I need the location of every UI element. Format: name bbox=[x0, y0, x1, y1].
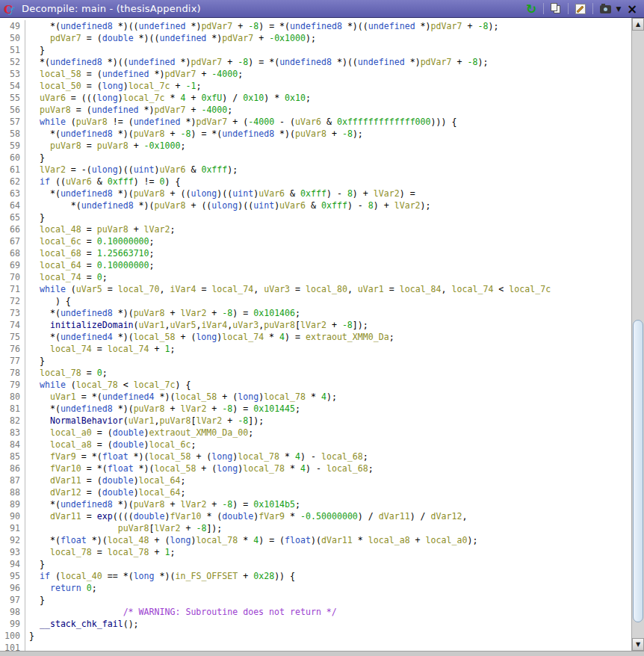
code-area[interactable]: 49 *(undefined8 *)((undefined *)pdVar7 +… bbox=[0, 18, 631, 651]
code-text[interactable]: *(float *)(local_48 + (long)local_78 * 4… bbox=[25, 534, 477, 546]
code-text[interactable]: } bbox=[25, 152, 45, 164]
code-line[interactable]: 87 dVar11 = (double)local_64; bbox=[0, 474, 631, 486]
code-text[interactable]: uVar1 = *(undefined4 *)(local_58 + (long… bbox=[25, 391, 337, 403]
code-line[interactable]: 79 while (local_78 < local_7c) { bbox=[0, 379, 631, 391]
code-text[interactable]: if (local_40 == *(long *)(in_FS_OFFSET +… bbox=[25, 570, 295, 582]
code-line[interactable]: 67 local_6c = 0.10000000; bbox=[0, 235, 631, 247]
code-text[interactable]: pdVar7 = (double *)((undefined *)pdVar7 … bbox=[25, 32, 316, 44]
code-text[interactable]: local_a8 = (double)local_6c; bbox=[25, 439, 196, 451]
code-text[interactable]: puVar8[lVar2 + -8]); bbox=[25, 522, 222, 534]
code-line[interactable]: 76 local_74 = local_74 + 1; bbox=[0, 343, 631, 355]
code-line[interactable]: 93 local_78 = local_78 + 1; bbox=[0, 546, 631, 558]
code-text[interactable]: local_78 = 0; bbox=[25, 367, 108, 379]
code-text[interactable]: dVar11 = exp((((double)fVar10 * (double)… bbox=[25, 510, 467, 522]
code-line[interactable]: 92 *(float *)(local_48 + (long)local_78 … bbox=[0, 534, 631, 546]
code-line[interactable]: 75 *(undefined4 *)(local_58 + (long)loca… bbox=[0, 331, 631, 343]
code-text[interactable]: fVar9 = *(float *)(local_58 + (long)loca… bbox=[25, 451, 368, 462]
code-text[interactable]: } bbox=[25, 44, 45, 56]
code-line[interactable]: 85 fVar9 = *(float *)(local_58 + (long)l… bbox=[0, 451, 631, 462]
code-text[interactable]: return 0; bbox=[25, 582, 97, 594]
code-text[interactable]: uVar6 = (((long)local_7c * 4 + 0xfU) / 0… bbox=[25, 92, 311, 104]
code-text[interactable]: local_a0 = (double)extraout_XMM0_Da_00; bbox=[25, 427, 253, 439]
code-line[interactable]: 88 dVar12 = (double)local_64; bbox=[0, 486, 631, 498]
code-text[interactable]: ) { bbox=[25, 295, 71, 307]
code-text[interactable]: *(undefined8 *)(puVar8 + lVar2 + -8) = 0… bbox=[25, 498, 300, 510]
code-text[interactable] bbox=[25, 642, 29, 651]
code-line[interactable]: 97 } bbox=[0, 594, 631, 606]
refresh-icon[interactable]: ↻ bbox=[524, 1, 539, 16]
code-text[interactable]: dVar11 = (double)local_64; bbox=[25, 474, 185, 486]
code-line[interactable]: 52 *(undefined8 *)((undefined *)pdVar7 +… bbox=[0, 56, 631, 68]
code-text[interactable]: *(undefined8 *)(puVar8 + ((ulong)((uint)… bbox=[25, 188, 415, 199]
code-line[interactable]: 65 } bbox=[0, 211, 631, 223]
code-text[interactable]: lVar2 = -(ulong)((uint)uVar6 & 0xfff); bbox=[25, 164, 238, 176]
code-text[interactable]: *(undefined8 *)((undefined *)pdVar7 + -8… bbox=[25, 20, 498, 32]
code-line[interactable]: 70 local_74 = 0; bbox=[0, 271, 631, 283]
code-text[interactable]: *(undefined8 *)(puVar8 + lVar2 + -8) = 0… bbox=[25, 307, 300, 319]
code-line[interactable]: 55 uVar6 = (((long)local_7c * 4 + 0xfU) … bbox=[0, 92, 631, 104]
code-text[interactable]: *(undefined4 *)(local_58 + (long)local_7… bbox=[25, 331, 394, 343]
code-line[interactable]: 99 __stack_chk_fail(); bbox=[0, 618, 631, 630]
code-text[interactable]: /* WARNING: Subroutine does not return *… bbox=[25, 606, 337, 618]
code-line[interactable]: 53 local_58 = (undefined *)pdVar7 + -400… bbox=[0, 68, 631, 80]
code-line[interactable]: 80 uVar1 = *(undefined4 *)(local_58 + (l… bbox=[0, 391, 631, 403]
code-text[interactable]: __stack_chk_fail(); bbox=[25, 618, 139, 630]
code-text[interactable]: fVar10 = *(float *)(local_58 + (long)loc… bbox=[25, 462, 374, 474]
code-text[interactable]: while (uVar5 = local_70, iVar4 = local_7… bbox=[25, 283, 551, 295]
code-line[interactable]: 49 *(undefined8 *)((undefined *)pdVar7 +… bbox=[0, 20, 631, 32]
scroll-down-button[interactable]: ▼ bbox=[632, 638, 644, 651]
code-line[interactable]: 57 while (puVar8 != (undefined *)pdVar7 … bbox=[0, 116, 631, 128]
code-text[interactable]: initializeDomain(uVar1,uVar5,iVar4,uVar3… bbox=[25, 319, 368, 331]
code-line[interactable]: 58 *(undefined8 *)(puVar8 + -8) = *(unde… bbox=[0, 128, 631, 140]
decompile-panel[interactable]: 49 *(undefined8 *)((undefined *)pdVar7 +… bbox=[0, 18, 631, 651]
code-text[interactable]: } bbox=[25, 355, 45, 367]
code-text[interactable]: } bbox=[25, 594, 45, 606]
code-text[interactable]: local_74 = local_74 + 1; bbox=[25, 343, 175, 355]
code-text[interactable]: puVar8 = puVar8 + -0x1000; bbox=[25, 140, 185, 152]
code-text[interactable]: dVar12 = (double)local_64; bbox=[25, 486, 185, 498]
code-text[interactable]: local_74 = 0; bbox=[25, 271, 108, 283]
code-line[interactable]: 63 *(undefined8 *)(puVar8 + ((ulong)((ui… bbox=[0, 188, 631, 199]
code-text[interactable]: *(undefined8 *)(puVar8 + ((ulong)((uint)… bbox=[25, 199, 431, 211]
code-line[interactable]: 94 } bbox=[0, 558, 631, 570]
close-icon[interactable]: × bbox=[625, 1, 640, 16]
code-line[interactable]: 68 local_68 = 1.25663710; bbox=[0, 247, 631, 259]
code-line[interactable]: 60 } bbox=[0, 152, 631, 164]
code-text[interactable]: NormalBehavior(uVar1,puVar8[lVar2 + -8])… bbox=[25, 415, 264, 427]
code-line[interactable]: 74 initializeDomain(uVar1,uVar5,iVar4,uV… bbox=[0, 319, 631, 331]
code-text[interactable]: } bbox=[25, 558, 45, 570]
code-text[interactable]: local_68 = 1.25663710; bbox=[25, 247, 155, 259]
scroll-up-button[interactable]: ▲ bbox=[632, 18, 644, 31]
code-text[interactable]: *(undefined8 *)((undefined *)pdVar7 + -8… bbox=[25, 56, 488, 68]
edit-icon[interactable] bbox=[573, 1, 588, 16]
code-line[interactable]: 81 *(undefined8 *)(puVar8 + lVar2 + -8) … bbox=[0, 403, 631, 415]
code-line[interactable]: 95 if (local_40 == *(long *)(in_FS_OFFSE… bbox=[0, 570, 631, 582]
code-text[interactable]: } bbox=[25, 211, 45, 223]
code-text[interactable]: puVar8 = (undefined *)pdVar7 + -4000; bbox=[25, 104, 232, 116]
code-line[interactable]: 98 /* WARNING: Subroutine does not retur… bbox=[0, 606, 631, 618]
code-line[interactable]: 59 puVar8 = puVar8 + -0x1000; bbox=[0, 140, 631, 152]
code-text[interactable]: } bbox=[25, 630, 34, 642]
code-line[interactable]: 100} bbox=[0, 630, 631, 642]
chevron-down-icon[interactable]: ▼ bbox=[613, 1, 625, 16]
code-text[interactable]: *(undefined8 *)(puVar8 + lVar2 + -8) = 0… bbox=[25, 403, 300, 415]
code-text[interactable]: while (local_78 < local_7c) { bbox=[25, 379, 191, 391]
code-line[interactable]: 64 *(undefined8 *)(puVar8 + ((ulong)((ui… bbox=[0, 199, 631, 211]
code-text[interactable]: local_58 = (undefined *)pdVar7 + -4000; bbox=[25, 68, 243, 80]
code-line[interactable]: 78 local_78 = 0; bbox=[0, 367, 631, 379]
camera-icon[interactable] bbox=[598, 1, 613, 16]
code-text[interactable]: local_64 = 0.10000000; bbox=[25, 259, 155, 271]
code-line[interactable]: 61 lVar2 = -(ulong)((uint)uVar6 & 0xfff)… bbox=[0, 164, 631, 176]
code-line[interactable]: 51 } bbox=[0, 44, 631, 56]
code-line[interactable]: 50 pdVar7 = (double *)((undefined *)pdVa… bbox=[0, 32, 631, 44]
code-line[interactable]: 96 return 0; bbox=[0, 582, 631, 594]
code-text[interactable]: *(undefined8 *)(puVar8 + -8) = *(undefin… bbox=[25, 128, 363, 140]
code-line[interactable]: 72 ) { bbox=[0, 295, 631, 307]
code-line[interactable]: 69 local_64 = 0.10000000; bbox=[0, 259, 631, 271]
code-line[interactable]: 82 NormalBehavior(uVar1,puVar8[lVar2 + -… bbox=[0, 415, 631, 427]
code-line[interactable]: 83 local_a0 = (double)extraout_XMM0_Da_0… bbox=[0, 427, 631, 439]
code-line[interactable]: 73 *(undefined8 *)(puVar8 + lVar2 + -8) … bbox=[0, 307, 631, 319]
code-text[interactable]: local_78 = local_78 + 1; bbox=[25, 546, 175, 558]
code-text[interactable]: local_48 = puVar8 + lVar2; bbox=[25, 223, 176, 235]
code-line[interactable]: 71 while (uVar5 = local_70, iVar4 = loca… bbox=[0, 283, 631, 295]
